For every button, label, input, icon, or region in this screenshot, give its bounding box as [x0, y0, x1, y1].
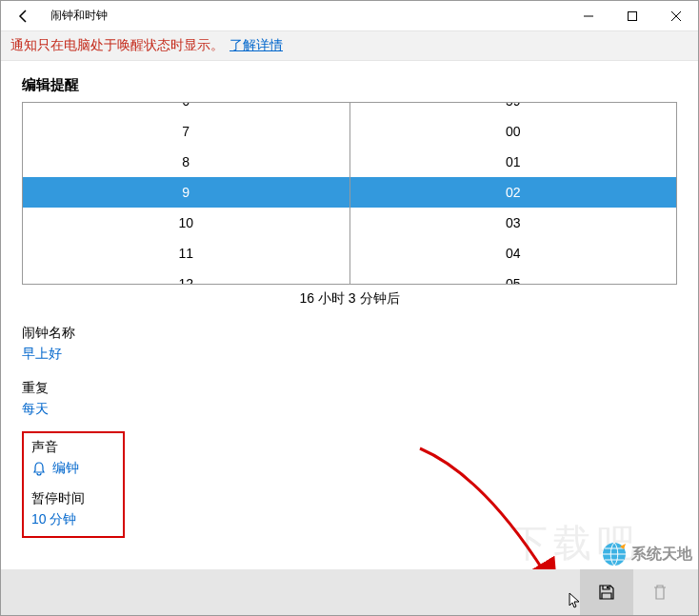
- hour-option[interactable]: 9: [23, 177, 350, 208]
- sound-field: 声音 编钟: [31, 439, 115, 477]
- globe-icon: [601, 541, 628, 567]
- time-until-label: 16 小时 3 分钟后: [22, 290, 677, 308]
- back-button[interactable]: [1, 1, 47, 31]
- hour-option[interactable]: 11: [23, 238, 350, 268]
- minute-option[interactable]: 04: [350, 238, 677, 268]
- svg-rect-1: [629, 11, 637, 20]
- sound-label: 声音: [31, 439, 115, 456]
- svg-rect-5: [607, 586, 609, 588]
- minute-option[interactable]: 03: [350, 208, 677, 238]
- close-icon: [671, 11, 681, 21]
- hour-column[interactable]: 6789101112: [23, 102, 350, 284]
- watermark-logo: 系统天地: [601, 541, 692, 567]
- maximize-button[interactable]: [610, 1, 654, 31]
- minimize-icon: [584, 11, 593, 21]
- repeat-value[interactable]: 每天: [22, 401, 677, 418]
- window-title: 闹钟和时钟: [47, 8, 567, 24]
- page-heading: 编辑提醒: [22, 76, 677, 94]
- hour-option[interactable]: 7: [23, 116, 350, 147]
- time-picker[interactable]: 6789101112 59000102030405: [22, 102, 677, 285]
- minute-option[interactable]: 05: [350, 268, 677, 285]
- annotation-highlight-box: 声音 编钟 暂停时间 10 分钟: [22, 431, 125, 538]
- minute-option[interactable]: 01: [350, 147, 677, 177]
- save-button[interactable]: [580, 569, 633, 615]
- minimize-button[interactable]: [567, 1, 610, 31]
- sound-value[interactable]: 编钟: [31, 460, 115, 477]
- titlebar: 闹钟和时钟: [1, 1, 698, 31]
- minute-option[interactable]: 00: [350, 116, 677, 147]
- minute-column[interactable]: 59000102030405: [350, 102, 677, 284]
- back-arrow-icon: [16, 9, 31, 24]
- minute-option[interactable]: 59: [350, 102, 677, 116]
- snooze-field: 暂停时间 10 分钟: [31, 490, 115, 528]
- snooze-value[interactable]: 10 分钟: [31, 511, 115, 528]
- maximize-icon: [628, 11, 637, 21]
- window-controls: [567, 1, 698, 31]
- command-bar: [1, 569, 698, 615]
- repeat-label: 重复: [22, 380, 677, 397]
- notification-warning: 通知只在电脑处于唤醒状态时显示。: [10, 37, 224, 54]
- close-button[interactable]: [654, 1, 698, 31]
- learn-more-link[interactable]: 了解详情: [230, 37, 283, 54]
- snooze-label: 暂停时间: [31, 490, 115, 507]
- hour-option[interactable]: 12: [23, 268, 350, 285]
- alarm-name-field: 闹钟名称 早上好: [22, 325, 677, 363]
- watermark-text: 系统天地: [631, 545, 692, 565]
- hour-option[interactable]: 10: [23, 208, 350, 238]
- bell-icon: [31, 461, 47, 476]
- trash-icon: [651, 584, 669, 601]
- save-icon: [598, 584, 615, 601]
- minute-option[interactable]: 02: [350, 177, 677, 208]
- sound-value-text: 编钟: [52, 460, 79, 477]
- hour-option[interactable]: 8: [23, 147, 350, 177]
- notification-bar: 通知只在电脑处于唤醒状态时显示。 了解详情: [1, 31, 698, 61]
- delete-button[interactable]: [633, 569, 687, 615]
- hour-option[interactable]: 6: [23, 102, 350, 116]
- main-content: 编辑提醒 6789101112 59000102030405 16 小时 3 分…: [1, 61, 698, 538]
- alarm-name-value[interactable]: 早上好: [22, 346, 677, 363]
- repeat-field: 重复 每天: [22, 380, 677, 418]
- alarm-name-label: 闹钟名称: [22, 325, 677, 342]
